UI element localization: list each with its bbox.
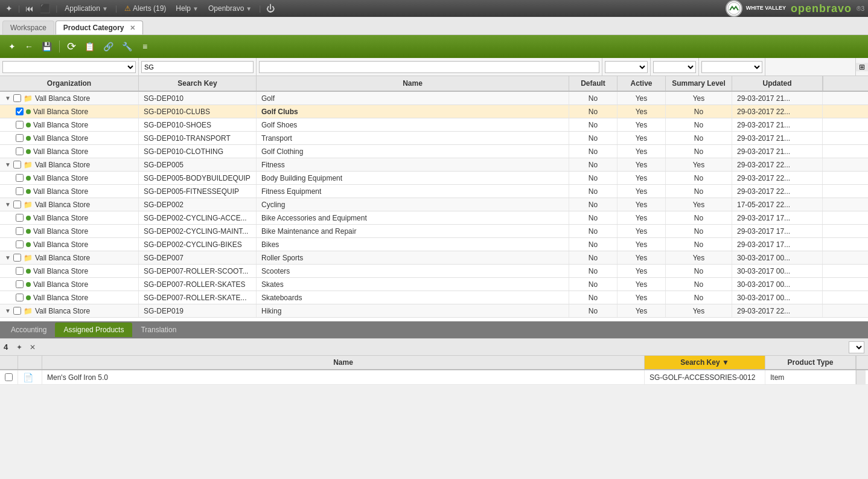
table-row[interactable]: Vall Blanca StoreSG-DEP007-ROLLER-SKATES… bbox=[0, 278, 868, 291]
cell-searchkey: SG-DEP019 bbox=[139, 304, 257, 317]
table-row[interactable]: Vall Blanca StoreSG-DEP005-FITNESSEQUIPF… bbox=[0, 185, 868, 198]
table-row[interactable]: Vall Blanca StoreSG-DEP005-BODYBUILDEQUI… bbox=[0, 172, 868, 185]
table-row[interactable]: Vall Blanca StoreSG-DEP007-ROLLER-SKATE.… bbox=[0, 291, 868, 304]
cell-default: No bbox=[569, 291, 617, 304]
help-menu[interactable]: Help ▼ bbox=[172, 3, 202, 14]
searchkey-filter-input[interactable] bbox=[141, 61, 254, 73]
row-checkbox[interactable] bbox=[16, 294, 24, 301]
filter-expand-icon[interactable]: ⊞ bbox=[856, 63, 868, 71]
cell-org: ▼📁Vall Blanca Store bbox=[0, 198, 139, 211]
sub-row-checkbox[interactable] bbox=[5, 373, 13, 381]
row-checkbox[interactable] bbox=[16, 147, 24, 155]
openbravo-menu[interactable]: Openbravo ▼ bbox=[205, 3, 255, 14]
table-row[interactable]: Vall Blanca StoreSG-DEP002-CYCLING-BIKES… bbox=[0, 238, 868, 251]
cell-org: ▼📁Vall Blanca Store bbox=[0, 251, 139, 264]
alerts-button[interactable]: ⚠ Alerts (19) bbox=[121, 3, 170, 14]
folder-icon: 📁 bbox=[24, 161, 33, 169]
table-row[interactable]: ▼📁Vall Blanca StoreSG-DEP010GolfNoYesYes… bbox=[0, 92, 868, 105]
cell-updated: 29-03-2017 17... bbox=[732, 238, 823, 251]
status-dot-icon bbox=[26, 229, 31, 234]
row-scrollbar-space bbox=[823, 172, 835, 184]
row-checkbox[interactable] bbox=[13, 201, 21, 208]
row-checkbox[interactable] bbox=[16, 227, 24, 235]
row-scrollbar-space bbox=[823, 92, 835, 104]
cell-summary: No bbox=[666, 238, 732, 251]
tree-toggle[interactable]: ▼ bbox=[5, 95, 11, 101]
row-scrollbar-space bbox=[823, 278, 835, 291]
nav-first-icon[interactable]: ⏮ bbox=[24, 2, 36, 14]
row-checkbox[interactable] bbox=[16, 108, 24, 115]
cell-searchkey: SG-DEP007-ROLLER-SCOOT... bbox=[139, 265, 257, 277]
sub-col-searchkey[interactable]: Search Key ▼ bbox=[645, 356, 765, 369]
cell-searchkey: SG-DEP010-TRANSPORT bbox=[139, 132, 257, 144]
link-button[interactable]: 🔗 bbox=[100, 39, 116, 54]
cell-default: No bbox=[569, 118, 617, 131]
row-checkbox[interactable] bbox=[16, 267, 24, 275]
cell-name: Roller Sports bbox=[257, 251, 569, 264]
row-checkbox[interactable] bbox=[16, 174, 24, 182]
assigned-products-tab[interactable]: Assigned Products bbox=[55, 323, 132, 337]
default-filter-select[interactable] bbox=[605, 61, 648, 73]
sub-delete-btn[interactable]: ✕ bbox=[27, 342, 38, 353]
translation-tab[interactable]: Translation bbox=[132, 323, 185, 337]
org-filter-cell bbox=[0, 58, 139, 76]
status-dot-icon bbox=[26, 149, 31, 154]
active-filter-select[interactable] bbox=[653, 61, 696, 73]
row-checkbox[interactable] bbox=[16, 214, 24, 222]
row-checkbox[interactable] bbox=[16, 121, 24, 129]
tab-close-icon[interactable]: ✕ bbox=[130, 24, 135, 31]
tree-toggle[interactable]: ▼ bbox=[5, 201, 11, 208]
table-row[interactable]: ▼📁Vall Blanca StoreSG-DEP002CyclingNoYes… bbox=[0, 198, 868, 211]
back-button[interactable]: ← bbox=[22, 39, 36, 54]
nav-icon[interactable]: ⬛ bbox=[38, 2, 52, 14]
row-checkbox[interactable] bbox=[16, 240, 24, 248]
name-filter-input[interactable] bbox=[259, 61, 599, 73]
application-menu[interactable]: Application ▼ bbox=[61, 3, 112, 14]
cell-default: No bbox=[569, 158, 617, 171]
cell-name: Bike Maintenance and Repair bbox=[257, 225, 569, 237]
row-checkbox[interactable] bbox=[16, 280, 24, 288]
table-row[interactable]: Vall Blanca StoreSG-DEP010-SHOESGolf Sho… bbox=[0, 118, 868, 132]
workspace-tab[interactable]: Workspace bbox=[2, 21, 54, 34]
summary-filter-select[interactable] bbox=[701, 61, 762, 73]
cell-org: Vall Blanca Store bbox=[0, 172, 139, 184]
sub-filter-select[interactable] bbox=[849, 341, 864, 353]
row-checkbox[interactable] bbox=[16, 187, 24, 195]
star-icon[interactable]: ✦ bbox=[4, 2, 14, 14]
logout-icon[interactable]: ⏻ bbox=[264, 2, 276, 14]
refresh-button[interactable]: ⟳ bbox=[64, 39, 79, 54]
table-row[interactable]: Vall Blanca StoreSG-DEP002-CYCLING-MAINT… bbox=[0, 225, 868, 238]
org-filter-select[interactable] bbox=[2, 61, 136, 73]
row-checkbox[interactable] bbox=[13, 94, 21, 102]
tree-toggle[interactable]: ▼ bbox=[5, 161, 11, 168]
product-category-tab[interactable]: Product Category ✕ bbox=[56, 21, 143, 34]
table-row[interactable]: Vall Blanca StoreSG-DEP010-CLUBSGolf Clu… bbox=[0, 105, 868, 118]
table-row[interactable]: Vall Blanca StoreSG-DEP007-ROLLER-SCOOT.… bbox=[0, 265, 868, 278]
sub-new-btn[interactable]: ✦ bbox=[14, 342, 25, 353]
accounting-tab[interactable]: Accounting bbox=[2, 323, 55, 337]
cell-default: No bbox=[569, 304, 617, 317]
table-row[interactable]: ▼📁Vall Blanca StoreSG-DEP019HikingNoYesY… bbox=[0, 304, 868, 318]
tree-toggle[interactable]: ▼ bbox=[5, 307, 11, 314]
table-row[interactable]: Vall Blanca StoreSG-DEP010-CLOTHINGGolf … bbox=[0, 145, 868, 158]
table-row[interactable]: ▼📁Vall Blanca StoreSG-DEP007Roller Sport… bbox=[0, 251, 868, 265]
cell-active: Yes bbox=[617, 291, 666, 304]
table-row[interactable]: Vall Blanca StoreSG-DEP002-CYCLING-ACCE.… bbox=[0, 211, 868, 225]
row-checkbox[interactable] bbox=[13, 307, 21, 315]
save-button[interactable]: 💾 bbox=[39, 39, 55, 54]
sub-row-scrollbar bbox=[856, 370, 866, 384]
attach-button[interactable]: 📋 bbox=[81, 39, 98, 54]
config-button[interactable]: 🔧 bbox=[119, 39, 135, 54]
row-checkbox[interactable] bbox=[13, 254, 21, 262]
sub-row-check[interactable] bbox=[0, 370, 18, 384]
row-checkbox[interactable] bbox=[13, 161, 21, 169]
cell-name: Golf Shoes bbox=[257, 118, 569, 131]
row-checkbox[interactable] bbox=[16, 134, 24, 142]
tree-toggle[interactable]: ▼ bbox=[5, 254, 11, 261]
menu-button[interactable]: ≡ bbox=[138, 39, 152, 54]
name-filter-cell bbox=[257, 58, 602, 76]
table-row[interactable]: Vall Blanca StoreSG-DEP010-TRANSPORTTran… bbox=[0, 132, 868, 145]
summary-filter-cell bbox=[699, 58, 765, 76]
new-button[interactable]: ✦ bbox=[5, 39, 19, 54]
table-row[interactable]: ▼📁Vall Blanca StoreSG-DEP005FitnessNoYes… bbox=[0, 158, 868, 172]
